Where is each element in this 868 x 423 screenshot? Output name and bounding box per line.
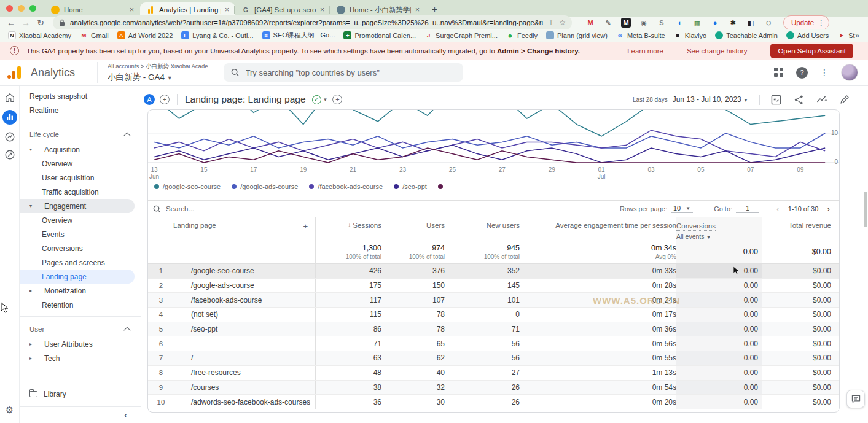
- close-tab-icon[interactable]: ×: [225, 6, 229, 14]
- sidebar-item-acquisition[interactable]: ▾Acquisition: [20, 142, 141, 157]
- page-scrollbar[interactable]: [863, 60, 868, 423]
- admin-settings-icon[interactable]: ⚙: [6, 405, 14, 416]
- more-menu-icon[interactable]: ⋮: [820, 68, 829, 77]
- chrome-update-button[interactable]: Update ⋮: [783, 15, 829, 30]
- forward-icon[interactable]: →: [18, 18, 33, 28]
- sidebar-item-user[interactable]: User: [20, 321, 141, 337]
- table-row[interactable]: 4(not set)1157800m 17s0.00$0.00: [148, 308, 839, 322]
- insights-icon[interactable]: [816, 95, 827, 104]
- global-search[interactable]: [224, 63, 463, 82]
- feedback-button[interactable]: [846, 390, 865, 408]
- gmail-extension-icon[interactable]: M: [585, 18, 595, 28]
- bookmark-lyang-co-outl[interactable]: LLyang & Co. - Outl...: [177, 30, 257, 41]
- table-row[interactable]: 67165560m 56s0.00$0.00: [148, 336, 839, 351]
- analytics-logo-icon[interactable]: [7, 65, 26, 80]
- bookmark-plann-grid-view[interactable]: Plann (grid view): [542, 30, 612, 41]
- search-input[interactable]: [246, 68, 456, 77]
- share-icon[interactable]: [794, 95, 804, 105]
- sidebar-item-library[interactable]: Library: [20, 389, 141, 400]
- chevron-down-icon[interactable]: ▾: [29, 147, 36, 152]
- close-tab-icon[interactable]: ×: [415, 6, 420, 14]
- bookmark-start-scale-your[interactable]: ➤Start & Scale Your...: [833, 30, 855, 41]
- sidebar-item-events[interactable]: Events: [20, 227, 141, 241]
- collapse-sidebar-icon[interactable]: ‹: [20, 406, 141, 423]
- chevron-right-icon[interactable]: ▸: [29, 355, 36, 361]
- table-row[interactable]: 8/free-resources4840271m 13s0.00$0.00: [148, 366, 839, 381]
- edit-pencil-icon[interactable]: [840, 95, 850, 104]
- reload-icon[interactable]: ↻: [33, 18, 48, 28]
- goto-page-input[interactable]: 1: [736, 204, 759, 213]
- open-setup-assistant-button[interactable]: Open Setup Assistant: [770, 44, 853, 58]
- table-row[interactable]: 2/google-ads-course1751501450m 28s0.00$0…: [148, 279, 839, 293]
- bookmark-klaviyo[interactable]: ■Klaviyo: [670, 30, 711, 41]
- column-new-users[interactable]: New users: [445, 217, 520, 240]
- table-row[interactable]: 10/adwords-seo-facebook-ads-courses36302…: [148, 395, 839, 409]
- account-switcher[interactable]: All accounts > 小白新势 Xiaobai Acade... 小白新…: [97, 62, 213, 83]
- rows-per-page-select[interactable]: 10▼: [671, 204, 693, 213]
- column-landing-page[interactable]: Landing page: [173, 222, 216, 230]
- table-row[interactable]: 7/6362560m 55s0.00$0.00: [148, 351, 839, 366]
- chevron-down-icon[interactable]: ▾: [29, 203, 36, 209]
- table-search[interactable]: [153, 205, 620, 213]
- close-tab-icon[interactable]: ×: [320, 6, 324, 14]
- help-icon[interactable]: ?: [796, 67, 808, 79]
- chevron-right-icon[interactable]: ▸: [29, 341, 36, 347]
- camera-extension-icon[interactable]: ◉: [639, 18, 649, 28]
- bookmark-star-icon[interactable]: ☆: [559, 18, 566, 27]
- bookmarks-overflow-icon[interactable]: »: [855, 31, 864, 40]
- profile-extension-icon[interactable]: ⊖: [764, 18, 773, 28]
- bookmark-add-users[interactable]: Add Users: [782, 30, 833, 41]
- sidebar-item-retention[interactable]: Retention: [20, 298, 141, 312]
- table-row[interactable]: 5/seo-ppt8678710m 36s0.00$0.00: [148, 322, 839, 337]
- close-tab-icon[interactable]: ×: [130, 6, 134, 14]
- bookmark-meta-b-suite[interactable]: ∞Meta B-suite: [612, 30, 670, 41]
- sidebar-item-landing-page[interactable]: Landing page: [20, 270, 135, 284]
- column-total-revenue[interactable]: Total revenue: [762, 217, 840, 240]
- sidebar-item-overview[interactable]: Overview: [20, 213, 141, 227]
- address-bar[interactable]: analytics.google.com/analytics/web/?auth…: [53, 15, 572, 30]
- bookmark-xiaobai-academy[interactable]: NXiaobai Academy: [4, 30, 76, 41]
- paw-extension-icon[interactable]: ✱: [728, 18, 738, 28]
- sidebar-item-tech[interactable]: ▸Tech: [20, 351, 141, 365]
- table-search-input[interactable]: [166, 205, 338, 212]
- property-name[interactable]: 小白新势 - GA4 ▼: [108, 72, 213, 83]
- apps-grid-icon[interactable]: [774, 68, 784, 77]
- conversions-event-filter[interactable]: All events ▼: [676, 233, 711, 240]
- date-range-picker[interactable]: Jun 13 - Jul 10, 2023 ▼: [673, 95, 748, 104]
- user-avatar[interactable]: [841, 64, 858, 81]
- bookmark-ad-world-2022[interactable]: AAd World 2022: [113, 30, 178, 41]
- scorecard-icon[interactable]: [771, 95, 781, 105]
- home-icon[interactable]: [4, 92, 15, 103]
- sidebar-item-engagement[interactable]: ▾Engagement: [20, 199, 135, 213]
- bookmark-seo-go[interactable]: ≡SEO课程大纲 - Go...: [258, 30, 340, 41]
- advertising-icon[interactable]: [4, 149, 15, 160]
- bookmark-surgegraph-premi[interactable]: JSurgeGraph Premi...: [420, 30, 502, 41]
- scrollbar-thumb[interactable]: [864, 192, 867, 227]
- column-conversions[interactable]: Conversions All events ▼: [676, 217, 762, 240]
- sidebar-item-monetization[interactable]: ▸Monetization: [20, 284, 141, 298]
- browser-menu-icon[interactable]: ⋮: [818, 18, 825, 27]
- bookmark-teachable-admin[interactable]: Teachable Admin: [711, 30, 782, 41]
- bw-square-extension-icon[interactable]: ◧: [746, 18, 756, 28]
- sidebar-item-user-acquisition[interactable]: User acquisition: [20, 171, 141, 185]
- m-dark-extension-icon[interactable]: M: [621, 18, 631, 28]
- pen-extension-icon[interactable]: ✎: [603, 18, 613, 28]
- previous-page-icon[interactable]: ‹: [776, 204, 780, 214]
- share-page-icon[interactable]: ⇧: [548, 18, 554, 27]
- back-icon[interactable]: ←: [4, 18, 18, 28]
- sidebar-item-realtime[interactable]: Realtime: [20, 103, 141, 117]
- half-blue-extension-icon[interactable]: ◖: [674, 18, 684, 28]
- s-extension-icon[interactable]: S: [657, 18, 667, 28]
- sidebar-item-reports-snapshot[interactable]: Reports snapshot: [20, 89, 141, 103]
- maximize-window-icon[interactable]: [29, 5, 36, 12]
- blue-globe-extension-icon[interactable]: ●: [710, 18, 720, 28]
- report-saved-badge[interactable]: ✓▼: [312, 95, 328, 104]
- url-text[interactable]: analytics.google.com/analytics/web/?auth…: [70, 19, 543, 26]
- reports-icon[interactable]: [2, 110, 17, 125]
- bookmark-gmail[interactable]: MGmail: [76, 30, 113, 41]
- chevron-right-icon[interactable]: ▸: [29, 288, 36, 293]
- sidebar-item-overview[interactable]: Overview: [20, 157, 141, 171]
- sidebar-item-pages-and-screens[interactable]: Pages and screens: [20, 255, 141, 270]
- sidebar-item-life-cycle[interactable]: Life cycle: [20, 126, 141, 142]
- new-tab-button[interactable]: +: [432, 4, 437, 14]
